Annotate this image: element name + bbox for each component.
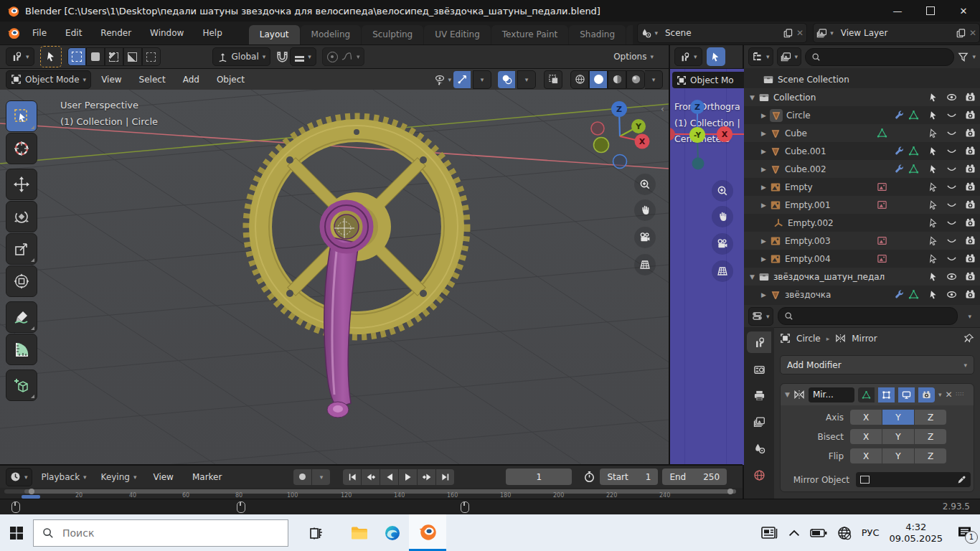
bisect-y-button[interactable]: Y xyxy=(882,429,914,444)
menu-marker[interactable]: Marker xyxy=(185,472,229,482)
3d-viewport[interactable]: Z Y X ‹ User Perspective (1) Collection … xyxy=(0,90,669,464)
tool-transform[interactable] xyxy=(6,265,37,297)
tab-layout[interactable]: Layout xyxy=(249,25,300,44)
expand-icon[interactable]: ▶ xyxy=(761,202,766,209)
eye-open-icon[interactable] xyxy=(946,289,957,300)
collapse-icon[interactable]: ▼ xyxy=(750,273,755,281)
camera-visibility-icon[interactable] xyxy=(965,110,976,121)
menu-object[interactable]: Object xyxy=(209,75,252,85)
xray-toggle[interactable] xyxy=(544,70,562,89)
select-mode-subtract[interactable] xyxy=(105,47,123,66)
bisect-z-button[interactable]: Z xyxy=(915,429,946,444)
selectable-icon[interactable] xyxy=(928,128,938,138)
menu-select[interactable]: Select xyxy=(132,75,173,85)
snap-magnet-icon[interactable] xyxy=(276,51,288,63)
selectable-icon[interactable] xyxy=(928,254,938,264)
outliner-row[interactable]: ▼ звёздочка_шатун_педал xyxy=(744,268,980,286)
outliner-row[interactable]: ▶ Empty.004 xyxy=(744,250,980,268)
axis-neg-x-ball[interactable] xyxy=(670,128,675,141)
outliner-row-active[interactable]: ▶ Circle xyxy=(744,106,980,124)
properties-search[interactable] xyxy=(778,307,958,325)
selectability-filter-icon[interactable] xyxy=(434,74,446,85)
jump-to-start-button[interactable] xyxy=(343,469,361,485)
proportional-edit-chip[interactable]: ▾ xyxy=(322,47,365,66)
drag-handle-icon[interactable]: ∷∷ xyxy=(956,393,965,396)
frame-start-field[interactable]: Start1 xyxy=(600,468,658,485)
new-view-layer-icon[interactable] xyxy=(956,28,966,39)
modifier-name-field[interactable]: Mir... xyxy=(809,387,854,402)
tool-add-cube[interactable] xyxy=(6,369,37,401)
scrollbar-knob-right[interactable] xyxy=(727,489,733,494)
expand-icon[interactable]: ▶ xyxy=(761,112,766,119)
selectable-icon[interactable] xyxy=(928,272,938,282)
tab-uv-editing[interactable]: UV Editing xyxy=(424,25,491,44)
expand-icon[interactable]: ▶ xyxy=(761,291,766,298)
axis-neg-x-ball[interactable] xyxy=(591,122,604,135)
properties-options-icon[interactable]: ▾ xyxy=(962,313,977,320)
play-reverse-button[interactable] xyxy=(380,469,398,485)
select-mode-set[interactable] xyxy=(67,47,86,66)
camera-visibility-icon[interactable] xyxy=(965,253,976,264)
extras-chevron-icon[interactable]: ▾ xyxy=(938,391,942,398)
scene-selector[interactable]: ▾ Scene ✕ xyxy=(637,23,807,43)
shading-solid[interactable] xyxy=(589,70,608,89)
expand-icon[interactable]: ▶ xyxy=(761,166,766,173)
options-dropdown[interactable]: Options ▾ xyxy=(608,47,659,66)
task-view-button[interactable] xyxy=(300,514,333,551)
expand-icon[interactable]: ▶ xyxy=(761,148,766,155)
close-button[interactable]: ✕ xyxy=(947,0,980,22)
edit-mode-toggle[interactable] xyxy=(878,387,895,402)
mirror-object-field[interactable] xyxy=(856,472,971,487)
hidden-icons-chevron[interactable] xyxy=(788,529,800,537)
tab-shading[interactable]: Shading xyxy=(569,25,626,44)
camera-visibility-icon[interactable] xyxy=(965,217,976,228)
eye-closed-icon[interactable] xyxy=(946,182,957,192)
menu-view[interactable]: View xyxy=(146,472,180,482)
tab-output[interactable] xyxy=(747,385,771,406)
selectable-icon[interactable] xyxy=(928,110,938,121)
filter-chevron-icon[interactable]: ▾ xyxy=(972,53,976,60)
outliner-search[interactable] xyxy=(805,48,954,66)
next-keyframe-button[interactable] xyxy=(418,469,435,485)
camera-visibility-icon[interactable] xyxy=(965,92,976,103)
shading-wireframe[interactable] xyxy=(570,70,589,89)
blender-taskbar-button[interactable] xyxy=(409,514,446,551)
axis-neg-y-ball[interactable] xyxy=(594,138,609,153)
axis-neg-z-ball[interactable] xyxy=(613,155,627,169)
outliner-row[interactable]: ▶ Empty xyxy=(744,178,980,196)
eye-closed-icon[interactable] xyxy=(946,110,957,121)
maximize-button[interactable] xyxy=(914,0,947,22)
3d-scene[interactable]: Z Y X ‹ xyxy=(0,90,669,464)
selectable-icon[interactable] xyxy=(928,146,938,156)
gizmos-dropdown[interactable]: ▾ xyxy=(473,70,491,89)
add-modifier-dropdown[interactable]: Add Modifier ▾ xyxy=(780,355,974,375)
current-frame-field[interactable]: 1 xyxy=(506,468,572,485)
selectable-icon[interactable] xyxy=(928,182,938,192)
on-cage-toggle[interactable] xyxy=(858,387,875,402)
search-input[interactable] xyxy=(61,527,243,540)
eye-open-icon[interactable] xyxy=(946,92,957,103)
pin-icon[interactable] xyxy=(963,333,974,344)
menu-add[interactable]: Add xyxy=(176,75,207,85)
editor-type-chip[interactable]: ▾ xyxy=(748,307,773,326)
expand-icon[interactable]: ▶ xyxy=(761,237,766,245)
eyedropper-icon[interactable] xyxy=(957,475,966,484)
timeline-ruler[interactable]: 20 40 60 80 100 120 140 160 180 200 220 … xyxy=(0,488,743,499)
fallback-tool-button[interactable] xyxy=(40,46,62,67)
active-tool-chip[interactable]: ▾ xyxy=(6,47,34,66)
axis-z-button[interactable]: Z xyxy=(915,410,946,425)
minimize-button[interactable]: — xyxy=(881,0,914,22)
outliner-row[interactable]: ▼ Collection xyxy=(744,88,980,106)
tool-measure[interactable] xyxy=(6,334,37,365)
menu-view[interactable]: View xyxy=(94,75,128,85)
filter-icon[interactable] xyxy=(958,52,969,62)
outliner-row[interactable]: Scene Collection xyxy=(744,70,980,88)
edge-browser-button[interactable] xyxy=(376,514,409,551)
bisect-x-button[interactable]: X xyxy=(850,429,882,444)
select-mode-extend[interactable] xyxy=(86,47,105,66)
camera-visibility-icon[interactable] xyxy=(965,164,976,174)
start-button[interactable] xyxy=(0,514,33,551)
eye-closed-icon[interactable] xyxy=(946,128,957,138)
tool-annotate[interactable] xyxy=(6,301,37,333)
flip-y-button[interactable]: Y xyxy=(882,448,914,463)
